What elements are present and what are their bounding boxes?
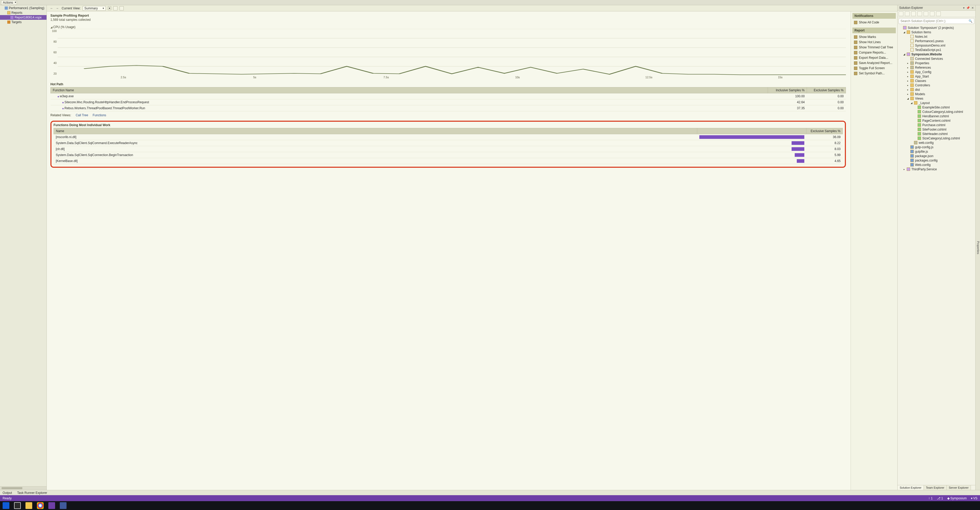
cshtml-file[interactable]: PageContent.cshtml (897, 118, 975, 123)
project-folder[interactable]: ▸App_Start (897, 74, 975, 78)
project-file[interactable]: package.json (897, 154, 975, 158)
project-file[interactable]: packages.config (897, 158, 975, 163)
table-row[interactable]: [mscorlib.ni.dll]36.09 (54, 134, 843, 140)
solution-item-file[interactable]: SymposiumDemo.xml (897, 43, 975, 48)
preview-icon[interactable] (936, 11, 941, 16)
cshtml-file[interactable]: ColourCategoryListing.cshtml (897, 110, 975, 114)
web-config-file[interactable]: web.config (897, 140, 975, 145)
properties-node[interactable]: ▸Properties (897, 61, 975, 65)
toolbar-button-2[interactable] (119, 6, 124, 10)
publish-icon[interactable]: ↑ 1 (929, 496, 933, 500)
report-action-link[interactable]: Save Analyzed Report... (853, 61, 896, 65)
panel-close-icon[interactable]: ✕ (971, 6, 974, 10)
tab-team-explorer[interactable]: Team Explorer (924, 485, 947, 490)
table-row[interactable]: [clr.dll]8.03 (54, 146, 843, 152)
taskbar-visual-studio-icon[interactable] (48, 502, 55, 509)
expander-icon[interactable]: ▸ (907, 80, 909, 82)
expander-icon[interactable]: ▸ (907, 66, 909, 69)
project-file[interactable]: Web.config (897, 163, 975, 167)
taskbar-chrome-icon[interactable] (37, 502, 44, 509)
expander-icon[interactable]: ▸ (907, 93, 909, 96)
refresh-icon[interactable] (911, 11, 916, 16)
expander-icon[interactable]: ◢ (907, 97, 909, 100)
col-func-name[interactable]: Name (54, 128, 697, 134)
tab-server-explorer[interactable]: Server Explorer (947, 485, 971, 490)
project-folder[interactable]: ▸Controllers (897, 83, 975, 88)
report-action-link[interactable]: Toggle Full Screen (853, 65, 896, 71)
cshtml-file[interactable]: HeroBanner.cshtml (897, 114, 975, 118)
taskbar-file-explorer-icon[interactable] (25, 502, 32, 509)
project-folder[interactable]: ▸App_Config (897, 70, 975, 74)
solution-items-node[interactable]: ◢Solution Items (897, 30, 975, 34)
expander-icon[interactable]: ▸ (907, 75, 909, 78)
current-view-select[interactable]: Summary (83, 6, 106, 11)
properties-vertical-tab[interactable]: Properties (975, 5, 980, 490)
link-show-all-code[interactable]: Show All Code (853, 20, 896, 25)
report-action-link[interactable]: Show Marks (853, 34, 896, 40)
status-vs[interactable]: ▾ VS (971, 496, 977, 500)
source-control-branch[interactable]: ◆ Symposium (947, 496, 967, 500)
chart-plot-area[interactable] (58, 29, 846, 76)
cshtml-file[interactable]: SiteFooter.cshtml (897, 127, 975, 132)
table-row[interactable]: System.Data.SqlClient.SqlConnection.Begi… (54, 152, 843, 158)
expander-icon[interactable]: ▸ (907, 62, 909, 64)
taskbar-search-icon[interactable] (14, 502, 21, 509)
table-row[interactable]: Sitecore.Mvc.Routing.RouteHttpHandler.En… (51, 99, 846, 105)
sync-icon[interactable] (905, 11, 910, 16)
project-folder[interactable]: ▸dist (897, 88, 975, 92)
collapse-icon[interactable] (917, 11, 922, 16)
start-button[interactable] (3, 502, 10, 509)
link-functions[interactable]: Functions (93, 113, 106, 117)
expander-icon[interactable]: ◢ (910, 102, 913, 104)
nav-back-icon[interactable]: ← (49, 6, 54, 10)
expander-icon[interactable]: ◢ (903, 31, 905, 33)
col-inclusive[interactable]: Inclusive Samples % (768, 88, 807, 93)
branch-icon[interactable]: ⎇ 1 (937, 496, 943, 500)
table-row[interactable]: w3wp.exe100.000.00 (51, 93, 846, 99)
report-action-link[interactable]: Show Trimmed Call Tree (853, 45, 896, 50)
expander-icon[interactable]: ▸ (903, 168, 905, 171)
reports-node[interactable]: Reports (0, 10, 46, 15)
report-action-link[interactable]: Export Report Data... (853, 55, 896, 61)
cshtml-file[interactable]: ExampleSite.cshtml (897, 105, 975, 110)
solution-item-file[interactable]: TestDataScript.ps1 (897, 48, 975, 52)
project-folder[interactable]: ▸Models (897, 92, 975, 96)
report-action-link[interactable]: Show Hot Lines (853, 40, 896, 45)
solution-root[interactable]: Solution 'Symposium' (2 projects) (897, 26, 975, 30)
project-thirdparty[interactable]: ▸ThirdParty.Service (897, 167, 975, 171)
panel-pin-icon[interactable]: 📌 (966, 6, 970, 10)
col-function-name[interactable]: Function Name (51, 88, 768, 93)
col-func-exc[interactable]: Exclusive Samples % (807, 128, 843, 134)
targets-node[interactable]: Targets (0, 20, 46, 24)
report-action-link[interactable]: Set Symbol Path... (853, 71, 896, 76)
cshtml-file[interactable]: SiteHeader.cshtml (897, 132, 975, 136)
taskbar-app-icon[interactable] (60, 502, 67, 509)
link-call-tree[interactable]: Call Tree (76, 113, 88, 117)
expander-icon[interactable]: ▸ (907, 71, 909, 73)
solution-item-file[interactable]: Performance1.psess (897, 39, 975, 43)
actions-dropdown[interactable]: Actions (1, 0, 17, 5)
show-all-icon[interactable] (924, 11, 928, 16)
expander-icon[interactable]: ▸ (907, 84, 909, 87)
project-file[interactable]: gulpfile.js (897, 149, 975, 154)
layout-folder[interactable]: ◢_Layout (897, 100, 975, 105)
home-icon[interactable] (899, 11, 903, 16)
expander-icon[interactable]: ▸ (907, 88, 909, 91)
table-row[interactable]: Rebus.Workers.ThreadPoolBased.ThreadPool… (51, 105, 846, 111)
col-exclusive[interactable]: Exclusive Samples % (807, 88, 846, 93)
nav-forward-icon[interactable]: → (55, 6, 59, 10)
project-website[interactable]: ◢Symposium.Website (897, 52, 975, 56)
performance-session-node[interactable]: Performance1 (Sampling) (0, 6, 46, 10)
dropdown-chevron-icon[interactable]: ▾ (108, 6, 111, 10)
tab-task-runner[interactable]: Task Runner Explorer (14, 491, 49, 495)
table-row[interactable]: [KernelBase.dll]4.65 (54, 158, 843, 164)
properties-icon[interactable] (930, 11, 934, 16)
report-action-link[interactable]: Compare Reports... (853, 50, 896, 55)
project-file[interactable]: gulp-config.js (897, 145, 975, 149)
tab-solution-explorer[interactable]: Solution Explorer (897, 485, 924, 490)
panel-dropdown-icon[interactable]: ▾ (963, 6, 965, 10)
connected-services[interactable]: Connected Services (897, 56, 975, 61)
cshtml-file[interactable]: Purchase.cshtml (897, 123, 975, 127)
expander-icon[interactable]: ◢ (903, 53, 905, 56)
solution-search[interactable]: Search Solution Explorer (Ctrl+;) 🔍 (899, 18, 974, 24)
